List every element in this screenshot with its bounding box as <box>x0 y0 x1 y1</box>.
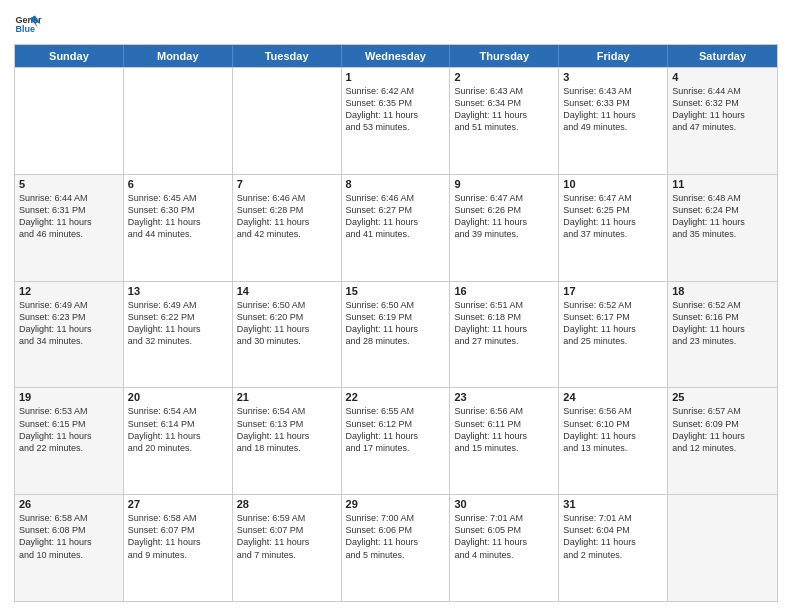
cell-info: Sunrise: 6:58 AM Sunset: 6:08 PM Dayligh… <box>19 512 119 561</box>
cell-info: Sunrise: 6:42 AM Sunset: 6:35 PM Dayligh… <box>346 85 446 134</box>
calendar-row: 19Sunrise: 6:53 AM Sunset: 6:15 PM Dayli… <box>15 387 777 494</box>
calendar-cell: 5Sunrise: 6:44 AM Sunset: 6:31 PM Daylig… <box>15 175 124 281</box>
logo-icon: General Blue <box>14 10 42 38</box>
day-number: 19 <box>19 391 119 403</box>
day-number: 7 <box>237 178 337 190</box>
calendar-cell: 18Sunrise: 6:52 AM Sunset: 6:16 PM Dayli… <box>668 282 777 388</box>
day-number: 6 <box>128 178 228 190</box>
calendar-cell: 22Sunrise: 6:55 AM Sunset: 6:12 PM Dayli… <box>342 388 451 494</box>
cell-info: Sunrise: 6:51 AM Sunset: 6:18 PM Dayligh… <box>454 299 554 348</box>
cell-info: Sunrise: 6:45 AM Sunset: 6:30 PM Dayligh… <box>128 192 228 241</box>
day-number: 1 <box>346 71 446 83</box>
cell-info: Sunrise: 6:54 AM Sunset: 6:14 PM Dayligh… <box>128 405 228 454</box>
cell-info: Sunrise: 6:58 AM Sunset: 6:07 PM Dayligh… <box>128 512 228 561</box>
calendar-cell: 27Sunrise: 6:58 AM Sunset: 6:07 PM Dayli… <box>124 495 233 601</box>
day-number: 9 <box>454 178 554 190</box>
day-number: 21 <box>237 391 337 403</box>
day-number: 29 <box>346 498 446 510</box>
day-number: 26 <box>19 498 119 510</box>
calendar-cell: 16Sunrise: 6:51 AM Sunset: 6:18 PM Dayli… <box>450 282 559 388</box>
cell-info: Sunrise: 6:49 AM Sunset: 6:23 PM Dayligh… <box>19 299 119 348</box>
weekday-header: Tuesday <box>233 45 342 67</box>
calendar-cell: 20Sunrise: 6:54 AM Sunset: 6:14 PM Dayli… <box>124 388 233 494</box>
day-number: 2 <box>454 71 554 83</box>
cell-info: Sunrise: 6:46 AM Sunset: 6:28 PM Dayligh… <box>237 192 337 241</box>
header: General Blue <box>14 10 778 38</box>
calendar-cell: 3Sunrise: 6:43 AM Sunset: 6:33 PM Daylig… <box>559 68 668 174</box>
cell-info: Sunrise: 6:49 AM Sunset: 6:22 PM Dayligh… <box>128 299 228 348</box>
cell-info: Sunrise: 6:56 AM Sunset: 6:10 PM Dayligh… <box>563 405 663 454</box>
calendar-cell: 10Sunrise: 6:47 AM Sunset: 6:25 PM Dayli… <box>559 175 668 281</box>
cell-info: Sunrise: 7:01 AM Sunset: 6:05 PM Dayligh… <box>454 512 554 561</box>
calendar-cell: 4Sunrise: 6:44 AM Sunset: 6:32 PM Daylig… <box>668 68 777 174</box>
cell-info: Sunrise: 6:50 AM Sunset: 6:20 PM Dayligh… <box>237 299 337 348</box>
day-number: 24 <box>563 391 663 403</box>
calendar-cell <box>15 68 124 174</box>
day-number: 4 <box>672 71 773 83</box>
calendar-cell: 7Sunrise: 6:46 AM Sunset: 6:28 PM Daylig… <box>233 175 342 281</box>
cell-info: Sunrise: 6:47 AM Sunset: 6:26 PM Dayligh… <box>454 192 554 241</box>
calendar-cell: 17Sunrise: 6:52 AM Sunset: 6:17 PM Dayli… <box>559 282 668 388</box>
cell-info: Sunrise: 6:56 AM Sunset: 6:11 PM Dayligh… <box>454 405 554 454</box>
calendar-cell: 6Sunrise: 6:45 AM Sunset: 6:30 PM Daylig… <box>124 175 233 281</box>
day-number: 15 <box>346 285 446 297</box>
day-number: 8 <box>346 178 446 190</box>
page: General Blue SundayMondayTuesdayWednesda… <box>0 0 792 612</box>
day-number: 13 <box>128 285 228 297</box>
calendar-cell: 11Sunrise: 6:48 AM Sunset: 6:24 PM Dayli… <box>668 175 777 281</box>
calendar-cell: 15Sunrise: 6:50 AM Sunset: 6:19 PM Dayli… <box>342 282 451 388</box>
cell-info: Sunrise: 6:48 AM Sunset: 6:24 PM Dayligh… <box>672 192 773 241</box>
calendar-cell <box>124 68 233 174</box>
calendar-cell: 19Sunrise: 6:53 AM Sunset: 6:15 PM Dayli… <box>15 388 124 494</box>
day-number: 22 <box>346 391 446 403</box>
calendar: SundayMondayTuesdayWednesdayThursdayFrid… <box>14 44 778 602</box>
day-number: 28 <box>237 498 337 510</box>
weekday-header: Wednesday <box>342 45 451 67</box>
logo: General Blue <box>14 10 42 38</box>
day-number: 12 <box>19 285 119 297</box>
svg-text:General: General <box>15 15 42 25</box>
day-number: 30 <box>454 498 554 510</box>
day-number: 23 <box>454 391 554 403</box>
calendar-cell: 23Sunrise: 6:56 AM Sunset: 6:11 PM Dayli… <box>450 388 559 494</box>
day-number: 25 <box>672 391 773 403</box>
cell-info: Sunrise: 6:44 AM Sunset: 6:32 PM Dayligh… <box>672 85 773 134</box>
cell-info: Sunrise: 6:57 AM Sunset: 6:09 PM Dayligh… <box>672 405 773 454</box>
calendar-cell: 13Sunrise: 6:49 AM Sunset: 6:22 PM Dayli… <box>124 282 233 388</box>
weekday-header: Monday <box>124 45 233 67</box>
weekday-header: Friday <box>559 45 668 67</box>
calendar-cell: 26Sunrise: 6:58 AM Sunset: 6:08 PM Dayli… <box>15 495 124 601</box>
calendar-cell: 1Sunrise: 6:42 AM Sunset: 6:35 PM Daylig… <box>342 68 451 174</box>
day-number: 31 <box>563 498 663 510</box>
calendar-row: 5Sunrise: 6:44 AM Sunset: 6:31 PM Daylig… <box>15 174 777 281</box>
cell-info: Sunrise: 6:50 AM Sunset: 6:19 PM Dayligh… <box>346 299 446 348</box>
weekday-header: Saturday <box>668 45 777 67</box>
calendar-cell: 12Sunrise: 6:49 AM Sunset: 6:23 PM Dayli… <box>15 282 124 388</box>
calendar-body: 1Sunrise: 6:42 AM Sunset: 6:35 PM Daylig… <box>15 67 777 601</box>
calendar-cell <box>668 495 777 601</box>
cell-info: Sunrise: 6:52 AM Sunset: 6:17 PM Dayligh… <box>563 299 663 348</box>
day-number: 17 <box>563 285 663 297</box>
cell-info: Sunrise: 6:43 AM Sunset: 6:33 PM Dayligh… <box>563 85 663 134</box>
day-number: 11 <box>672 178 773 190</box>
day-number: 20 <box>128 391 228 403</box>
calendar-cell: 31Sunrise: 7:01 AM Sunset: 6:04 PM Dayli… <box>559 495 668 601</box>
calendar-cell: 14Sunrise: 6:50 AM Sunset: 6:20 PM Dayli… <box>233 282 342 388</box>
day-number: 14 <box>237 285 337 297</box>
svg-text:Blue: Blue <box>15 24 35 34</box>
calendar-cell: 2Sunrise: 6:43 AM Sunset: 6:34 PM Daylig… <box>450 68 559 174</box>
cell-info: Sunrise: 6:44 AM Sunset: 6:31 PM Dayligh… <box>19 192 119 241</box>
calendar-cell: 28Sunrise: 6:59 AM Sunset: 6:07 PM Dayli… <box>233 495 342 601</box>
cell-info: Sunrise: 6:46 AM Sunset: 6:27 PM Dayligh… <box>346 192 446 241</box>
calendar-cell <box>233 68 342 174</box>
cell-info: Sunrise: 7:00 AM Sunset: 6:06 PM Dayligh… <box>346 512 446 561</box>
calendar-cell: 30Sunrise: 7:01 AM Sunset: 6:05 PM Dayli… <box>450 495 559 601</box>
calendar-cell: 9Sunrise: 6:47 AM Sunset: 6:26 PM Daylig… <box>450 175 559 281</box>
calendar-cell: 21Sunrise: 6:54 AM Sunset: 6:13 PM Dayli… <box>233 388 342 494</box>
day-number: 5 <box>19 178 119 190</box>
cell-info: Sunrise: 7:01 AM Sunset: 6:04 PM Dayligh… <box>563 512 663 561</box>
calendar-row: 26Sunrise: 6:58 AM Sunset: 6:08 PM Dayli… <box>15 494 777 601</box>
day-number: 16 <box>454 285 554 297</box>
calendar-header: SundayMondayTuesdayWednesdayThursdayFrid… <box>15 45 777 67</box>
cell-info: Sunrise: 6:54 AM Sunset: 6:13 PM Dayligh… <box>237 405 337 454</box>
